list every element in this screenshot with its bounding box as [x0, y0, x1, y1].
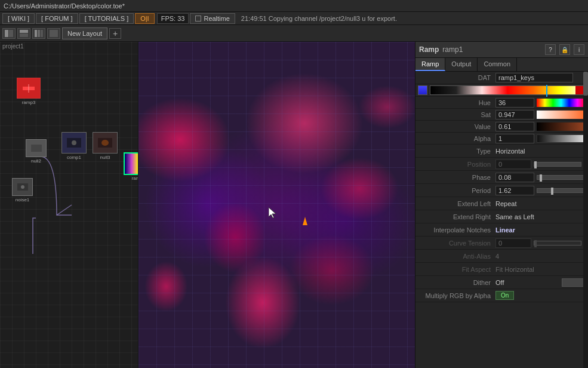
prop-header: Ramp ramp1 ? 🔒 i	[415, 42, 588, 58]
extend-left-row: Extend Left Repeat	[415, 197, 588, 210]
svg-rect-3	[20, 33, 28, 37]
sat-input[interactable]	[495, 110, 534, 119]
hue-input[interactable]	[495, 98, 534, 108]
lock-icon-btn[interactable]: 🔒	[559, 44, 570, 55]
title-text: C:/Users/Administrator/Desktop/color.toe…	[4, 2, 125, 10]
prop-type-label: Ramp	[419, 45, 439, 54]
svg-rect-5	[38, 30, 40, 37]
phase-slider[interactable]	[537, 175, 584, 180]
node-ramp3-red[interactable]: ramp3	[17, 78, 41, 99]
value-bar[interactable]	[537, 122, 586, 131]
new-layout-button[interactable]: New Layout	[62, 27, 107, 39]
dat-label: DAT	[418, 74, 495, 81]
period-slider[interactable]	[537, 188, 584, 193]
node-null3[interactable]: null3	[93, 132, 118, 154]
tutorials-menu[interactable]: [ TUTORIALS ]	[79, 13, 134, 24]
svg-rect-12	[31, 145, 42, 152]
forum-menu[interactable]: [ FORUM ]	[36, 13, 78, 24]
gradient-strip[interactable]	[430, 85, 586, 95]
anti-alias-value[interactable]: 4	[495, 253, 586, 260]
sat-bar[interactable]	[537, 111, 586, 119]
svg-rect-4	[35, 30, 37, 37]
type-value[interactable]: Horizontal	[495, 148, 586, 155]
svg-rect-0	[5, 30, 8, 37]
main-content: project1 ramp3 noise1 null2	[0, 42, 588, 368]
node-noise1[interactable]: noise1	[12, 178, 33, 196]
extend-right-value[interactable]: Same as Left	[495, 213, 586, 220]
node-ramp1-selected[interactable]: ramp1	[124, 152, 138, 175]
position-row: Position	[415, 158, 588, 171]
wiki-menu[interactable]: [ WIKI ]	[2, 13, 35, 24]
position-input[interactable]	[495, 160, 531, 169]
curve-tension-row: Curve Tension	[415, 237, 588, 250]
svg-rect-1	[9, 30, 13, 37]
multiply-toggle[interactable]: On	[495, 291, 514, 300]
tab-ramp[interactable]: Ramp	[415, 58, 445, 71]
viewer-grid	[138, 42, 415, 368]
project-label: project1	[2, 43, 24, 50]
op-indicator[interactable]: O|I	[135, 13, 154, 24]
fps-display: FPS: 33	[157, 13, 189, 24]
curve-tension-slider[interactable]	[534, 241, 581, 246]
alpha-input[interactable]	[495, 134, 534, 143]
node-null2[interactable]: null2	[26, 139, 47, 157]
layout-btn-3[interactable]	[32, 28, 45, 39]
dat-input[interactable]	[495, 73, 573, 82]
mouse-cursor	[269, 207, 276, 218]
hue-row: Hue	[415, 97, 588, 109]
fit-aspect-row: Fit Aspect Fit Horizontal	[415, 263, 588, 276]
hue-bar[interactable]	[537, 99, 586, 107]
tab-common[interactable]: Common	[478, 58, 517, 71]
dither-value[interactable]: Off	[495, 279, 559, 286]
svg-rect-2	[20, 30, 28, 33]
svg-rect-6	[41, 30, 43, 37]
tab-output[interactable]: Output	[445, 58, 478, 71]
layout-btn-1[interactable]	[2, 28, 16, 39]
extend-right-row: Extend Right Same as Left	[415, 210, 588, 223]
fit-aspect-value[interactable]: Fit Horizontal	[495, 266, 586, 273]
extend-left-value[interactable]: Repeat	[495, 200, 586, 207]
help-icon-btn[interactable]: ?	[545, 44, 556, 55]
position-slider[interactable]	[534, 162, 581, 167]
node-comp1[interactable]: comp1	[61, 132, 87, 154]
layout-btn-4[interactable]	[47, 28, 60, 39]
sat-row: Sat	[415, 109, 588, 121]
scrollbar-track	[583, 72, 588, 368]
multiply-row: Multiply RGB by Alpha On	[415, 289, 588, 302]
type-row: Type Horizontal	[415, 145, 588, 158]
orange-marker	[303, 217, 307, 225]
extend-right-label: Extend Right	[418, 213, 495, 220]
position-label: Position	[418, 161, 495, 168]
color-swatch[interactable]	[418, 85, 427, 95]
menu-bar: [ WIKI ] [ FORUM ] [ TUTORIALS ] O|I FPS…	[0, 12, 588, 25]
color-gradient-row[interactable]	[415, 84, 588, 97]
alpha-row: Alpha	[415, 133, 588, 145]
extend-left-label: Extend Left	[418, 200, 495, 207]
dat-row: DAT	[415, 72, 588, 84]
phase-input[interactable]	[495, 173, 534, 182]
network-editor[interactable]: project1 ramp3 noise1 null2	[0, 42, 138, 368]
interpolate-value[interactable]: Linear	[495, 226, 586, 234]
realtime-btn[interactable]: Realtime	[190, 13, 235, 24]
add-layout-button[interactable]: +	[109, 28, 121, 39]
viewer[interactable]	[138, 42, 415, 368]
sat-label: Sat	[418, 111, 495, 118]
gradient-marker	[546, 85, 547, 97]
value-input[interactable]	[495, 122, 534, 131]
interpolate-row: Interpolate Notches Linear	[415, 223, 588, 237]
prop-content: DAT Hue Sat	[415, 72, 588, 368]
svg-rect-7	[50, 30, 58, 37]
fit-aspect-label: Fit Aspect	[418, 266, 495, 273]
anti-alias-label: Anti-Alias	[418, 253, 495, 260]
type-label: Type	[418, 148, 495, 155]
curve-tension-input[interactable]	[495, 238, 531, 248]
layout-bar: New Layout +	[0, 25, 588, 42]
alpha-bar[interactable]	[537, 134, 586, 143]
anti-alias-row: Anti-Alias 4	[415, 250, 588, 263]
scrollbar-thumb[interactable]	[583, 72, 588, 96]
layout-btn-2[interactable]	[17, 28, 30, 39]
phase-row: Phase	[415, 171, 588, 184]
period-input[interactable]	[495, 186, 534, 195]
info-icon-btn[interactable]: i	[574, 44, 584, 55]
properties-panel: Ramp ramp1 ? 🔒 i Ramp Output Common DAT	[415, 42, 588, 368]
